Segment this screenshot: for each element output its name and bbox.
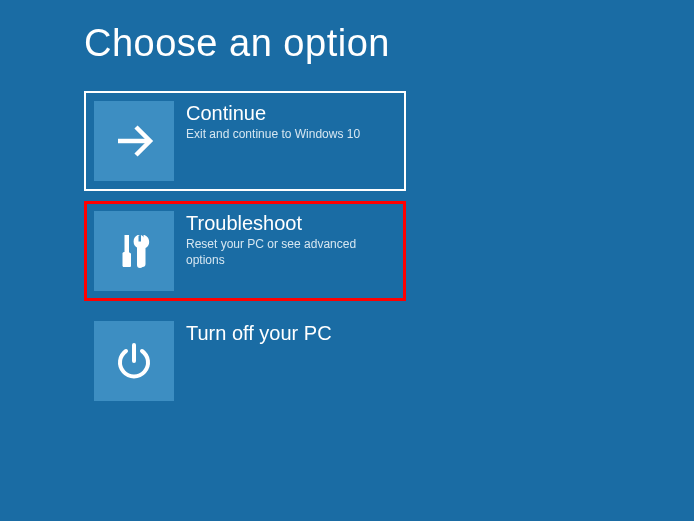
turnoff-title: Turn off your PC: [186, 321, 332, 345]
svg-rect-4: [123, 252, 131, 267]
turnoff-text: Turn off your PC: [186, 321, 332, 347]
continue-tile[interactable]: Continue Exit and continue to Windows 10: [84, 91, 406, 191]
arrow-right-icon: [94, 101, 174, 181]
continue-text: Continue Exit and continue to Windows 10: [186, 101, 360, 143]
troubleshoot-text: Troubleshoot Reset your PC or see advanc…: [186, 211, 396, 268]
turnoff-tile[interactable]: Turn off your PC: [84, 311, 406, 411]
tools-icon: [94, 211, 174, 291]
troubleshoot-title: Troubleshoot: [186, 211, 396, 235]
choose-option-screen: Choose an option Continue Exit and conti…: [0, 0, 694, 411]
troubleshoot-desc: Reset your PC or see advanced options: [186, 237, 396, 268]
continue-desc: Exit and continue to Windows 10: [186, 127, 360, 143]
page-title: Choose an option: [84, 22, 694, 65]
continue-title: Continue: [186, 101, 360, 125]
power-icon: [94, 321, 174, 401]
troubleshoot-tile[interactable]: Troubleshoot Reset your PC or see advanc…: [84, 201, 406, 301]
options-list: Continue Exit and continue to Windows 10: [84, 91, 694, 411]
svg-rect-3: [125, 235, 129, 252]
